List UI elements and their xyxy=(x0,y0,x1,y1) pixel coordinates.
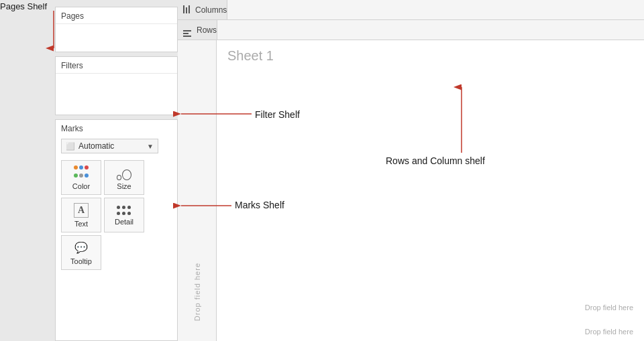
text-label: Text xyxy=(74,220,88,228)
columns-shelf-row: Columns xyxy=(178,0,644,20)
row-drop-zone[interactable]: Drop field here xyxy=(178,40,217,341)
view-canvas: Sheet 1 Drop field here Drop field here xyxy=(217,40,644,341)
pages-shelf: Pages xyxy=(55,7,178,52)
columns-label: Columns xyxy=(195,5,227,15)
size-button[interactable]: Size xyxy=(104,160,144,195)
marks-dropdown-label: Automatic xyxy=(78,141,147,151)
canvas-area: Columns Rows Drop field here xyxy=(178,0,644,341)
bottom-drop-zone[interactable]: Drop field here xyxy=(217,322,644,341)
left-panel: Pages Filters Marks ⬜ Automatic ▼ xyxy=(0,0,178,341)
rows-icon xyxy=(178,23,197,37)
tooltip-button[interactable]: 💬 Tooltip xyxy=(61,235,101,270)
marks-shelf: Marks ⬜ Automatic ▼ Color xyxy=(55,119,178,341)
drop-field-vertical-label: Drop field here xyxy=(193,263,201,321)
size-icon xyxy=(117,165,131,180)
tooltip-label: Tooltip xyxy=(70,257,92,265)
dropdown-arrow-icon: ▼ xyxy=(147,143,154,150)
drop-field-horizontal-label: Drop field here xyxy=(585,303,633,312)
main-container: Pages Filters Marks ⬜ Automatic ▼ xyxy=(0,0,644,341)
rows-label: Rows xyxy=(197,25,217,35)
filters-label: Filters xyxy=(56,57,177,74)
sheet-title: Sheet 1 xyxy=(217,40,644,69)
detail-button[interactable]: Detail xyxy=(104,198,144,232)
bottom-drop-label: Drop field here xyxy=(585,328,633,336)
detail-label: Detail xyxy=(115,218,133,226)
detail-icon xyxy=(117,205,131,216)
columns-shelf-content[interactable] xyxy=(227,0,644,19)
canvas-body[interactable]: Drop field here xyxy=(217,69,644,322)
shelves-row: Columns Rows xyxy=(178,0,644,40)
color-button[interactable]: Color xyxy=(61,160,101,195)
text-icon: A xyxy=(74,203,89,218)
columns-icon xyxy=(178,5,195,15)
color-label: Color xyxy=(72,182,90,190)
size-label: Size xyxy=(117,182,131,190)
rows-shelf-content[interactable] xyxy=(217,20,644,40)
marks-type-dropdown[interactable]: ⬜ Automatic ▼ xyxy=(61,139,158,153)
filters-shelf: Filters xyxy=(55,56,178,115)
marks-buttons-group: Color Size A Text xyxy=(56,156,177,274)
automatic-icon: ⬜ xyxy=(66,142,75,151)
color-icon xyxy=(74,165,89,180)
view-area: Drop field here Sheet 1 Drop field here … xyxy=(178,40,644,341)
pages-label: Pages xyxy=(56,7,177,24)
rows-shelf-row: Rows xyxy=(178,20,644,40)
marks-label: Marks xyxy=(56,120,177,136)
text-button[interactable]: A Text xyxy=(61,198,101,232)
tooltip-icon: 💬 xyxy=(74,241,89,255)
